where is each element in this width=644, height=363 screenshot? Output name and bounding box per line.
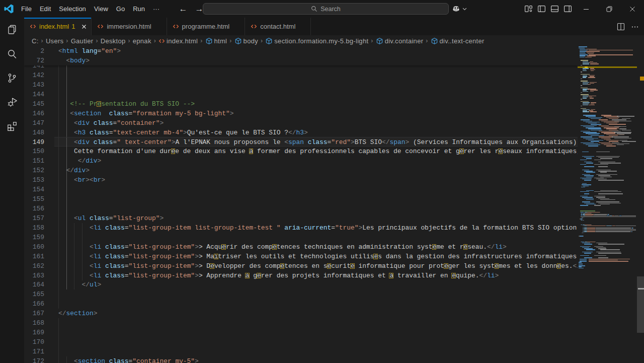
minimap-line	[589, 110, 593, 111]
unicode-highlight-box: é	[464, 243, 468, 251]
breadcrumb-separator: ›	[154, 37, 156, 44]
menu-run[interactable]: Run	[129, 3, 149, 15]
minimap-line	[586, 172, 595, 172]
overview-ruler[interactable]	[637, 46, 644, 363]
minimap-line	[591, 130, 602, 130]
code-editor[interactable]: 141142143144145 <!-- Présentation du BTS…	[24, 46, 644, 363]
tab-index.html[interactable]: index.html1	[24, 18, 92, 35]
indent-guide	[66, 70, 67, 80]
minimap-line	[600, 204, 610, 204]
tab-immersion.html[interactable]: immersion.html	[92, 18, 167, 35]
sticky-line-72[interactable]: 72 <body>	[24, 56, 578, 65]
search-icon[interactable]	[0, 42, 24, 66]
toggle-secondary-sidebar-button[interactable]	[561, 3, 574, 15]
split-editor-button[interactable]	[615, 21, 627, 33]
indent-guide	[58, 328, 59, 337]
menu-go[interactable]: Go	[112, 3, 129, 15]
menu-edit[interactable]: Edit	[36, 3, 55, 15]
minimize-button[interactable]	[575, 0, 598, 18]
close-window-button[interactable]	[621, 0, 644, 18]
go-back-button[interactable]: ←	[178, 4, 189, 15]
breadcrumb-separator: ›	[66, 37, 68, 44]
source-control-icon[interactable]	[0, 66, 24, 90]
code-line-145: 145 <!-- Présentation du BTS SIO -->	[24, 99, 644, 109]
minimap[interactable]	[578, 46, 637, 363]
code-line-156: 156	[24, 204, 644, 213]
minimap-line	[583, 110, 587, 111]
minimap-line	[586, 215, 592, 216]
line-number: 148	[24, 128, 44, 137]
minimap-line	[580, 54, 588, 55]
breadcrumb-item[interactable]: Users	[46, 37, 63, 45]
minimap-line	[581, 187, 585, 187]
scrollbar-thumb[interactable]	[637, 276, 644, 333]
minimap-line	[589, 62, 597, 63]
minimap-line	[583, 228, 584, 228]
minimap-line	[582, 174, 590, 175]
code-line-text: <li class="list-group-item">> Maîtriser …	[58, 252, 581, 261]
breadcrumb-item[interactable]: div.container	[376, 37, 424, 45]
breadcrumb-item[interactable]: index.html	[158, 37, 198, 45]
unicode-highlight-box: é	[97, 100, 101, 108]
close-tab-icon[interactable]	[80, 22, 88, 32]
tab-programme.html[interactable]: programme.html	[167, 18, 246, 35]
toggle-primary-sidebar-button[interactable]	[535, 3, 548, 15]
breadcrumb-label: body	[244, 37, 258, 45]
minimap-line	[587, 229, 595, 230]
unicode-highlight-box: é	[452, 272, 456, 279]
toggle-panel-button[interactable]	[548, 3, 561, 15]
breadcrumb-item[interactable]: Gautier	[71, 37, 94, 45]
minimap-line	[596, 229, 636, 230]
breadcrumb-item[interactable]: epnak	[133, 37, 151, 45]
minimap-line	[584, 180, 591, 180]
menu-selection[interactable]: Selection	[55, 3, 90, 15]
minimap-line	[581, 225, 582, 225]
minimap-line	[589, 105, 595, 105]
unicode-highlight-box: é	[172, 148, 176, 155]
line-number: 160	[24, 242, 44, 252]
minimap-line	[581, 213, 583, 213]
code-line-text: <br><br>	[58, 175, 105, 185]
code-line-text: <li class="list-group-item">> Acquérir d…	[58, 242, 507, 252]
sticky-line-2[interactable]: 2<html lang="en">	[24, 46, 578, 56]
menu-view[interactable]: View	[90, 3, 112, 15]
breadcrumb-separator: ›	[128, 37, 130, 44]
line-number: 149	[24, 137, 44, 147]
minimap-line	[583, 132, 597, 132]
breadcrumb-item[interactable]: Desktop	[101, 37, 126, 45]
minimap-line	[598, 162, 615, 162]
line-number: 166	[24, 299, 44, 309]
minimap-line	[598, 203, 621, 203]
breadcrumb-item[interactable]: C:	[32, 37, 39, 45]
menu-overflow[interactable]: ···	[149, 3, 164, 15]
more-actions-button[interactable]	[629, 21, 641, 33]
breadcrumb-item[interactable]: html	[205, 37, 227, 45]
breadcrumb-item[interactable]: section.formation.my-5.bg-light	[265, 37, 368, 45]
menu-file[interactable]: File	[17, 3, 36, 15]
minimap-line	[586, 144, 600, 145]
run-debug-icon[interactable]	[0, 90, 24, 114]
copilot-button[interactable]	[452, 3, 467, 15]
line-number: 168	[24, 318, 44, 328]
restore-button[interactable]	[598, 0, 621, 18]
minimap-line	[594, 255, 606, 256]
minimap-warning-line	[578, 66, 637, 68]
tab-contact.html[interactable]: contact.html	[245, 18, 311, 35]
extensions-icon[interactable]	[0, 114, 24, 138]
minimap-line	[582, 247, 589, 248]
customize-layout-button[interactable]	[522, 3, 535, 15]
minimap-line	[596, 231, 630, 232]
breadcrumb-item[interactable]: body	[234, 37, 258, 45]
explorer-icon[interactable]	[0, 18, 24, 42]
breadcrumb-item[interactable]: div..text-center	[431, 37, 485, 45]
unicode-highlight-box: é	[222, 243, 226, 251]
minimap-line	[614, 138, 631, 138]
minimap-line	[581, 88, 588, 88]
minimap-line	[590, 83, 594, 84]
minimap-line	[580, 51, 586, 51]
command-center-search[interactable]: Search	[203, 3, 449, 15]
minimap-line	[617, 116, 634, 116]
line-number: 163	[24, 271, 44, 280]
minimap-line	[583, 76, 587, 77]
tab-strip: index.html1immersion.htmlprogramme.htmlc…	[24, 18, 644, 35]
